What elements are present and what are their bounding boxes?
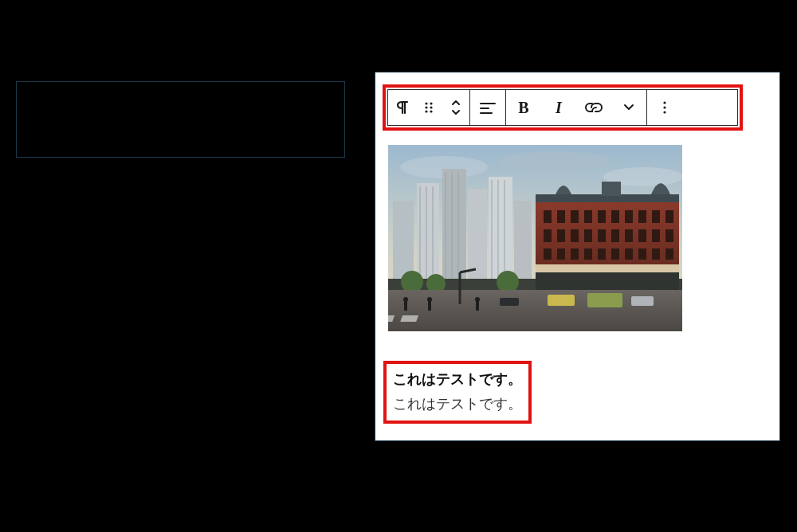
svg-rect-42 bbox=[638, 210, 646, 223]
svg-rect-45 bbox=[544, 229, 552, 242]
svg-rect-55 bbox=[544, 248, 552, 260]
svg-rect-39 bbox=[598, 210, 606, 223]
svg-rect-59 bbox=[598, 248, 606, 260]
image-block[interactable] bbox=[388, 145, 682, 331]
svg-rect-62 bbox=[638, 248, 646, 260]
svg-rect-78 bbox=[500, 298, 519, 306]
svg-rect-48 bbox=[584, 229, 592, 242]
more-vertical-icon bbox=[662, 100, 667, 115]
svg-rect-61 bbox=[625, 248, 633, 260]
svg-rect-51 bbox=[625, 229, 633, 242]
move-updown-button[interactable] bbox=[442, 90, 469, 125]
svg-rect-60 bbox=[611, 248, 619, 260]
svg-rect-50 bbox=[611, 229, 619, 242]
paragraph-bold[interactable]: これはテストです。 bbox=[393, 367, 522, 392]
svg-rect-33 bbox=[602, 182, 621, 196]
svg-rect-52 bbox=[638, 229, 646, 242]
pilcrow-icon bbox=[395, 100, 408, 115]
svg-rect-75 bbox=[548, 295, 575, 306]
drag-handle-icon bbox=[423, 101, 434, 114]
svg-rect-77 bbox=[631, 296, 654, 306]
svg-rect-64 bbox=[665, 248, 673, 260]
block-toolbar: B I bbox=[387, 89, 738, 126]
svg-rect-76 bbox=[587, 293, 622, 307]
svg-rect-41 bbox=[625, 210, 633, 223]
text-highlight-frame: これはテストです。 これはテストです。 bbox=[383, 361, 532, 424]
paragraph-plain[interactable]: これはテストです。 bbox=[393, 392, 522, 417]
align-left-icon bbox=[480, 101, 496, 114]
svg-point-9 bbox=[663, 101, 665, 104]
svg-rect-49 bbox=[598, 229, 606, 242]
chevron-down-icon bbox=[623, 104, 634, 111]
svg-rect-36 bbox=[557, 210, 565, 223]
svg-point-84 bbox=[475, 297, 480, 302]
toolbar-group-block bbox=[388, 90, 470, 125]
link-button[interactable] bbox=[576, 90, 611, 125]
city-photo bbox=[388, 145, 682, 331]
svg-rect-38 bbox=[584, 210, 592, 223]
svg-rect-74 bbox=[400, 315, 418, 322]
move-up-down-icon bbox=[450, 100, 461, 115]
svg-point-1 bbox=[430, 102, 432, 104]
svg-point-69 bbox=[497, 271, 519, 293]
toolbar-group-align bbox=[470, 90, 506, 125]
svg-rect-43 bbox=[652, 210, 660, 223]
svg-point-80 bbox=[403, 297, 408, 302]
svg-rect-40 bbox=[611, 210, 619, 223]
align-button[interactable] bbox=[470, 90, 505, 125]
svg-rect-57 bbox=[571, 248, 579, 260]
svg-rect-56 bbox=[557, 248, 565, 260]
svg-point-4 bbox=[425, 110, 427, 112]
options-button[interactable] bbox=[647, 90, 682, 125]
more-formatting-button[interactable] bbox=[611, 90, 646, 125]
svg-point-67 bbox=[401, 271, 423, 293]
svg-rect-70 bbox=[388, 290, 682, 331]
svg-point-5 bbox=[430, 110, 432, 112]
svg-rect-35 bbox=[544, 210, 552, 223]
svg-rect-37 bbox=[571, 210, 579, 223]
svg-point-2 bbox=[425, 106, 427, 108]
toolbar-group-inline: B I bbox=[506, 90, 647, 125]
svg-rect-21 bbox=[514, 201, 532, 280]
svg-point-0 bbox=[425, 102, 427, 104]
svg-rect-54 bbox=[665, 229, 673, 242]
svg-point-3 bbox=[430, 106, 432, 108]
toolbar-highlight-frame: B I bbox=[383, 84, 743, 131]
italic-button[interactable]: I bbox=[541, 90, 576, 125]
svg-rect-34 bbox=[536, 264, 679, 272]
svg-point-14 bbox=[500, 151, 611, 170]
svg-rect-19 bbox=[468, 189, 487, 280]
svg-rect-16 bbox=[393, 201, 414, 280]
svg-rect-44 bbox=[665, 210, 673, 223]
bold-button[interactable]: B bbox=[506, 90, 541, 125]
left-empty-panel bbox=[16, 81, 345, 158]
drag-handle-button[interactable] bbox=[415, 90, 442, 125]
editor-panel: B I bbox=[375, 72, 780, 441]
svg-rect-58 bbox=[584, 248, 592, 260]
bold-icon: B bbox=[518, 99, 528, 117]
svg-rect-47 bbox=[571, 229, 579, 242]
svg-rect-81 bbox=[428, 301, 431, 311]
svg-point-11 bbox=[663, 111, 665, 113]
svg-point-10 bbox=[663, 106, 665, 108]
svg-rect-63 bbox=[652, 248, 660, 260]
toolbar-group-options bbox=[647, 90, 682, 125]
svg-rect-46 bbox=[557, 229, 565, 242]
block-type-button[interactable] bbox=[388, 90, 415, 125]
svg-rect-83 bbox=[476, 301, 479, 311]
svg-rect-66 bbox=[536, 272, 679, 290]
link-icon bbox=[585, 102, 603, 113]
svg-point-82 bbox=[427, 297, 432, 302]
italic-icon: I bbox=[556, 99, 562, 117]
svg-rect-53 bbox=[652, 229, 660, 242]
svg-rect-79 bbox=[404, 301, 407, 311]
